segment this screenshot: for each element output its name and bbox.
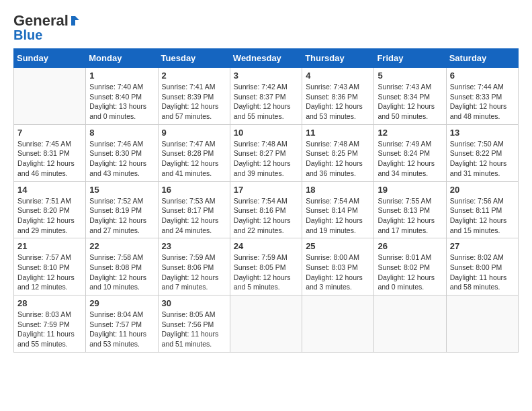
day-info: Sunrise: 7:45 AM Sunset: 8:31 PM Dayligh… <box>17 139 82 179</box>
day-number: 28 <box>17 298 82 308</box>
day-info: Sunrise: 7:46 AM Sunset: 8:30 PM Dayligh… <box>89 139 154 179</box>
day-number: 30 <box>162 298 226 308</box>
calendar-cell: 16Sunrise: 7:53 AM Sunset: 8:17 PM Dayli… <box>158 181 230 238</box>
day-number: 25 <box>306 241 370 251</box>
weekday-header-row: SundayMondayTuesdayWednesdayThursdayFrid… <box>14 49 519 68</box>
calendar-cell: 10Sunrise: 7:48 AM Sunset: 8:27 PM Dayli… <box>230 124 302 181</box>
calendar-cell: 3Sunrise: 7:42 AM Sunset: 8:37 PM Daylig… <box>230 68 302 125</box>
day-info: Sunrise: 7:43 AM Sunset: 8:36 PM Dayligh… <box>306 82 370 122</box>
day-info: Sunrise: 7:52 AM Sunset: 8:19 PM Dayligh… <box>89 196 154 236</box>
day-number: 18 <box>306 185 370 195</box>
day-info: Sunrise: 7:56 AM Sunset: 8:11 PM Dayligh… <box>450 196 515 236</box>
logo-blue: Blue <box>13 28 42 42</box>
day-number: 3 <box>234 71 298 81</box>
day-number: 13 <box>450 128 515 138</box>
calendar-week-row: 1Sunrise: 7:40 AM Sunset: 8:40 PM Daylig… <box>14 68 519 125</box>
calendar-cell: 2Sunrise: 7:41 AM Sunset: 8:39 PM Daylig… <box>158 68 230 125</box>
day-number: 9 <box>162 128 226 138</box>
calendar-cell: 20Sunrise: 7:56 AM Sunset: 8:11 PM Dayli… <box>446 181 518 238</box>
calendar-cell: 19Sunrise: 7:55 AM Sunset: 8:13 PM Dayli… <box>374 181 446 238</box>
day-info: Sunrise: 7:48 AM Sunset: 8:27 PM Dayligh… <box>234 139 298 179</box>
calendar-cell <box>14 68 86 125</box>
weekday-header: Sunday <box>14 49 86 68</box>
day-number: 1 <box>89 71 154 81</box>
day-info: Sunrise: 7:43 AM Sunset: 8:34 PM Dayligh… <box>378 82 442 122</box>
calendar-cell: 26Sunrise: 8:01 AM Sunset: 8:02 PM Dayli… <box>374 238 446 295</box>
calendar-cell: 6Sunrise: 7:44 AM Sunset: 8:33 PM Daylig… <box>446 68 518 125</box>
page-header: General Blue <box>13 13 519 42</box>
calendar-cell <box>230 295 302 353</box>
calendar-cell: 24Sunrise: 7:59 AM Sunset: 8:05 PM Dayli… <box>230 238 302 295</box>
calendar-cell: 23Sunrise: 7:59 AM Sunset: 8:06 PM Dayli… <box>158 238 230 295</box>
calendar-cell: 8Sunrise: 7:46 AM Sunset: 8:30 PM Daylig… <box>86 124 158 181</box>
day-info: Sunrise: 7:40 AM Sunset: 8:40 PM Dayligh… <box>89 82 154 122</box>
calendar-cell: 17Sunrise: 7:54 AM Sunset: 8:16 PM Dayli… <box>230 181 302 238</box>
day-number: 8 <box>89 128 154 138</box>
calendar-week-row: 14Sunrise: 7:51 AM Sunset: 8:20 PM Dayli… <box>14 181 519 238</box>
calendar-cell: 29Sunrise: 8:04 AM Sunset: 7:57 PM Dayli… <box>86 295 158 353</box>
day-info: Sunrise: 8:05 AM Sunset: 7:56 PM Dayligh… <box>162 310 226 349</box>
weekday-header: Tuesday <box>158 49 230 68</box>
calendar-cell: 12Sunrise: 7:49 AM Sunset: 8:24 PM Dayli… <box>374 124 446 181</box>
day-number: 23 <box>162 241 226 251</box>
svg-marker-0 <box>71 16 79 26</box>
calendar-week-row: 7Sunrise: 7:45 AM Sunset: 8:31 PM Daylig… <box>14 124 519 181</box>
calendar-cell: 22Sunrise: 7:58 AM Sunset: 8:08 PM Dayli… <box>86 238 158 295</box>
logo: General Blue <box>13 13 81 42</box>
day-info: Sunrise: 7:41 AM Sunset: 8:39 PM Dayligh… <box>162 82 226 122</box>
day-info: Sunrise: 7:51 AM Sunset: 8:20 PM Dayligh… <box>17 196 82 236</box>
day-info: Sunrise: 7:50 AM Sunset: 8:22 PM Dayligh… <box>450 139 515 179</box>
day-number: 20 <box>450 185 515 195</box>
calendar-cell: 1Sunrise: 7:40 AM Sunset: 8:40 PM Daylig… <box>86 68 158 125</box>
logo-general: General <box>13 13 69 28</box>
day-info: Sunrise: 7:59 AM Sunset: 8:06 PM Dayligh… <box>162 253 226 292</box>
day-number: 5 <box>378 71 442 81</box>
day-info: Sunrise: 8:00 AM Sunset: 8:03 PM Dayligh… <box>306 253 370 292</box>
calendar-cell: 11Sunrise: 7:48 AM Sunset: 8:25 PM Dayli… <box>302 124 374 181</box>
day-number: 7 <box>17 128 82 138</box>
calendar-cell: 13Sunrise: 7:50 AM Sunset: 8:22 PM Dayli… <box>446 124 518 181</box>
day-number: 27 <box>450 241 515 251</box>
weekday-header: Thursday <box>302 49 374 68</box>
day-info: Sunrise: 8:03 AM Sunset: 7:59 PM Dayligh… <box>17 310 82 349</box>
day-info: Sunrise: 7:55 AM Sunset: 8:13 PM Dayligh… <box>378 196 442 236</box>
day-info: Sunrise: 7:48 AM Sunset: 8:25 PM Dayligh… <box>306 139 370 179</box>
day-number: 29 <box>89 298 154 308</box>
day-info: Sunrise: 8:02 AM Sunset: 8:00 PM Dayligh… <box>450 253 515 292</box>
day-info: Sunrise: 8:01 AM Sunset: 8:02 PM Dayligh… <box>378 253 442 292</box>
day-info: Sunrise: 8:04 AM Sunset: 7:57 PM Dayligh… <box>89 310 154 349</box>
day-number: 11 <box>306 128 370 138</box>
day-number: 14 <box>17 185 82 195</box>
calendar-cell: 14Sunrise: 7:51 AM Sunset: 8:20 PM Dayli… <box>14 181 86 238</box>
calendar-cell: 15Sunrise: 7:52 AM Sunset: 8:19 PM Dayli… <box>86 181 158 238</box>
day-number: 21 <box>17 241 82 251</box>
day-number: 4 <box>306 71 370 81</box>
day-number: 17 <box>234 185 298 195</box>
day-info: Sunrise: 7:54 AM Sunset: 8:14 PM Dayligh… <box>306 196 370 236</box>
day-info: Sunrise: 7:59 AM Sunset: 8:05 PM Dayligh… <box>234 253 298 292</box>
day-info: Sunrise: 7:44 AM Sunset: 8:33 PM Dayligh… <box>450 82 515 122</box>
day-number: 22 <box>89 241 154 251</box>
calendar-cell: 4Sunrise: 7:43 AM Sunset: 8:36 PM Daylig… <box>302 68 374 125</box>
day-info: Sunrise: 7:54 AM Sunset: 8:16 PM Dayligh… <box>234 196 298 236</box>
day-info: Sunrise: 7:49 AM Sunset: 8:24 PM Dayligh… <box>378 139 442 179</box>
day-number: 19 <box>378 185 442 195</box>
day-number: 16 <box>162 185 226 195</box>
day-number: 10 <box>234 128 298 138</box>
calendar-cell: 9Sunrise: 7:47 AM Sunset: 8:28 PM Daylig… <box>158 124 230 181</box>
day-number: 26 <box>378 241 442 251</box>
calendar-week-row: 28Sunrise: 8:03 AM Sunset: 7:59 PM Dayli… <box>14 295 519 353</box>
day-info: Sunrise: 7:58 AM Sunset: 8:08 PM Dayligh… <box>89 253 154 292</box>
calendar-cell: 7Sunrise: 7:45 AM Sunset: 8:31 PM Daylig… <box>14 124 86 181</box>
weekday-header: Saturday <box>446 49 518 68</box>
calendar-cell: 30Sunrise: 8:05 AM Sunset: 7:56 PM Dayli… <box>158 295 230 353</box>
weekday-header: Wednesday <box>230 49 302 68</box>
day-info: Sunrise: 7:57 AM Sunset: 8:10 PM Dayligh… <box>17 253 82 292</box>
calendar-cell <box>302 295 374 353</box>
calendar-cell: 21Sunrise: 7:57 AM Sunset: 8:10 PM Dayli… <box>14 238 86 295</box>
calendar-cell: 25Sunrise: 8:00 AM Sunset: 8:03 PM Dayli… <box>302 238 374 295</box>
calendar-table: SundayMondayTuesdayWednesdayThursdayFrid… <box>13 48 519 353</box>
day-number: 2 <box>162 71 226 81</box>
calendar-cell: 18Sunrise: 7:54 AM Sunset: 8:14 PM Dayli… <box>302 181 374 238</box>
weekday-header: Friday <box>374 49 446 68</box>
